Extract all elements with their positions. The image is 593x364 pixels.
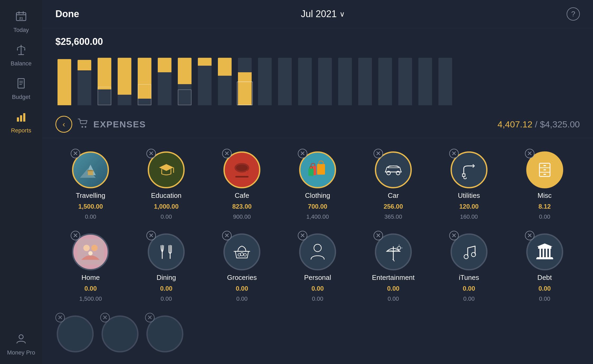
category-name-itunes: iTunes: [459, 274, 479, 282]
close-dining[interactable]: ✕: [146, 231, 156, 240]
category-clothing[interactable]: ✕: [283, 149, 353, 220]
category-extra2[interactable]: ✕: [100, 313, 140, 352]
category-spent-car: 256.00: [384, 203, 403, 210]
expenses-label: EXPENSES: [93, 119, 146, 130]
category-budget-entertainment: 0.00: [388, 295, 399, 302]
svg-text:21: 21: [19, 16, 23, 20]
category-spent-travelling: 1,500.00: [78, 203, 103, 210]
category-dining[interactable]: ✕ Dining 0.00 0.00: [131, 231, 202, 302]
category-spent-clothing: 700.00: [308, 203, 327, 210]
sidebar-item-label-reports: Reports: [11, 127, 31, 134]
close-extra3[interactable]: ✕: [145, 313, 155, 322]
category-name-car: Car: [388, 191, 399, 200]
category-utilities[interactable]: ✕ Utilities: [434, 149, 504, 220]
category-name-debt: Debt: [537, 274, 552, 282]
category-budget-car: 365.00: [384, 213, 402, 220]
svg-rect-37: [317, 164, 325, 175]
category-education[interactable]: ✕ Education 1,000.00 0.00: [131, 149, 202, 220]
close-cafe[interactable]: ✕: [222, 149, 232, 158]
svg-rect-84: [546, 249, 547, 257]
sidebar-item-moneypro[interactable]: Money Pro: [0, 328, 42, 364]
category-personal[interactable]: ✕ Personal 0.00 0.00: [283, 231, 353, 302]
close-groceries[interactable]: ✕: [222, 231, 232, 240]
category-spent-home: 0.00: [84, 285, 97, 292]
category-spent-debt: 0.00: [538, 285, 551, 292]
done-button[interactable]: Done: [55, 8, 79, 20]
category-home[interactable]: ✕ Home: [55, 231, 126, 302]
category-name-travelling: Travelling: [76, 191, 106, 200]
close-extra2[interactable]: ✕: [100, 313, 110, 322]
category-entertainment[interactable]: ✕: [358, 231, 428, 302]
svg-rect-50: [543, 165, 546, 166]
close-utilities[interactable]: ✕: [449, 149, 459, 158]
category-car[interactable]: ✕ Car: [358, 149, 428, 220]
budget-icon: [15, 78, 27, 92]
category-budget-itunes: 0.00: [463, 295, 475, 302]
svg-rect-85: [549, 249, 551, 257]
close-education[interactable]: ✕: [146, 149, 156, 158]
svg-point-18: [85, 126, 86, 128]
svg-rect-80: [538, 247, 551, 249]
category-groceries[interactable]: ✕: [207, 231, 277, 302]
today-icon: 21: [15, 11, 27, 25]
expenses-left: ‹ EXPENSES: [55, 116, 146, 133]
sidebar: 21 Today Balance Budget: [0, 0, 42, 364]
category-travelling[interactable]: ✕: [55, 149, 126, 220]
help-icon: ?: [571, 10, 575, 18]
category-budget-travelling: 0.00: [85, 213, 96, 220]
close-clothing[interactable]: ✕: [298, 149, 307, 158]
category-name-education: Education: [151, 191, 181, 200]
svg-point-66: [314, 244, 321, 252]
categories-container: ✕: [42, 138, 593, 364]
close-misc[interactable]: ✕: [525, 149, 534, 158]
category-spent-groceries: 0.00: [236, 285, 248, 292]
balance-icon: [15, 44, 27, 58]
user-icon: [15, 333, 27, 347]
back-button[interactable]: ‹: [55, 116, 72, 133]
close-debt[interactable]: ✕: [525, 231, 534, 240]
category-extra1[interactable]: ✕: [55, 313, 95, 352]
sidebar-item-today[interactable]: 21 Today: [0, 5, 42, 39]
category-budget-misc: 0.00: [539, 213, 550, 220]
svg-point-32: [236, 165, 248, 171]
category-budget-dining: 0.00: [161, 295, 172, 302]
svg-rect-52: [543, 174, 546, 175]
close-car[interactable]: ✕: [374, 149, 383, 158]
category-debt[interactable]: ✕: [509, 231, 580, 302]
svg-point-77: [471, 252, 476, 257]
close-itunes[interactable]: ✕: [449, 231, 459, 240]
sidebar-item-reports[interactable]: Reports: [0, 106, 42, 139]
svg-point-16: [19, 335, 23, 339]
category-spent-utilities: 120.00: [459, 203, 479, 210]
category-cafe[interactable]: ✕ Cafe: [207, 149, 277, 220]
svg-point-64: [244, 253, 246, 256]
svg-rect-81: [536, 258, 553, 259]
chart-area: $25,600.00: [42, 28, 593, 111]
category-budget-home: 1,500.00: [79, 295, 102, 302]
svg-rect-24: [88, 171, 93, 175]
period-selector[interactable]: Jul 2021 ∨: [301, 8, 345, 20]
svg-rect-38: [308, 169, 314, 176]
close-personal[interactable]: ✕: [298, 231, 307, 240]
category-name-dining: Dining: [156, 274, 176, 282]
svg-rect-14: [20, 115, 22, 122]
svg-point-57: [88, 251, 93, 255]
help-button[interactable]: ?: [567, 7, 580, 21]
svg-point-63: [240, 253, 243, 256]
category-name-home: Home: [82, 274, 100, 282]
category-spent-misc: 8.12: [538, 203, 551, 210]
sidebar-item-balance[interactable]: Balance: [0, 39, 42, 72]
category-misc[interactable]: ✕: [509, 149, 580, 220]
category-name-personal: Personal: [304, 274, 331, 282]
expenses-spent: 4,407.12: [498, 119, 532, 129]
category-name-groceries: Groceries: [227, 274, 257, 282]
sidebar-item-budget[interactable]: Budget: [0, 72, 42, 106]
svg-marker-86: [537, 243, 553, 247]
category-budget-clothing: 1,400.00: [306, 213, 329, 220]
close-extra1[interactable]: ✕: [55, 313, 65, 322]
reports-icon: [15, 111, 27, 125]
category-spent-itunes: 0.00: [463, 285, 475, 292]
close-entertainment[interactable]: ✕: [374, 231, 383, 240]
category-itunes[interactable]: ✕ iTunes 0.00 0.00: [434, 231, 504, 302]
category-extra3[interactable]: ✕: [145, 313, 185, 352]
